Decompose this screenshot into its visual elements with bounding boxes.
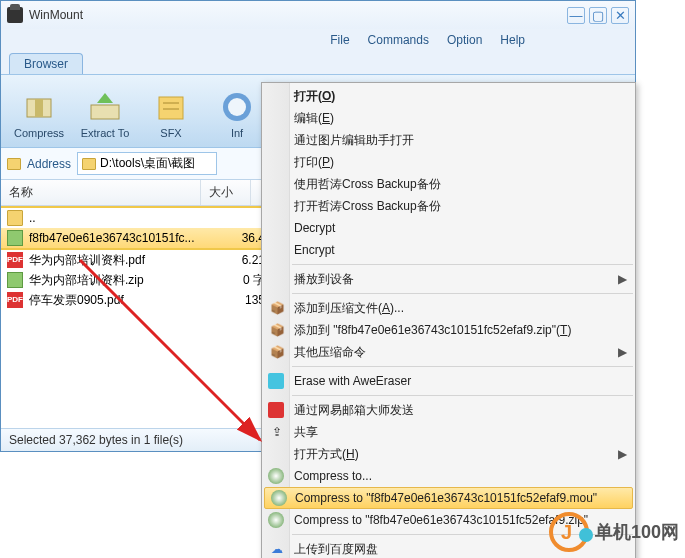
ctx-cross-use[interactable]: 使用哲涛Cross Backup备份	[262, 173, 635, 195]
pdf-icon: PDF	[7, 292, 23, 308]
disc-icon	[271, 490, 287, 506]
ctx-compress-to-mou[interactable]: Compress to "f8fb47e0e61e36743c10151fc52…	[264, 487, 633, 509]
ctx-compress-to[interactable]: Compress to...	[262, 465, 635, 487]
mail-icon	[268, 402, 284, 418]
ctx-edit[interactable]: 编辑(E)	[262, 107, 635, 129]
ctx-encrypt[interactable]: Encrypt	[262, 239, 635, 261]
ctx-cross-open[interactable]: 打开哲涛Cross Backup备份	[262, 195, 635, 217]
ctx-share[interactable]: ⇪共享	[262, 421, 635, 443]
ctx-netease[interactable]: 通过网易邮箱大师发送	[262, 399, 635, 421]
disc-icon	[268, 512, 284, 528]
menu-help[interactable]: Help	[500, 33, 525, 47]
minimize-button[interactable]: —	[567, 7, 585, 24]
ctx-decrypt[interactable]: Decrypt	[262, 217, 635, 239]
folder-icon	[82, 158, 96, 170]
svg-rect-1	[35, 99, 43, 117]
ctx-other-compress[interactable]: 📦其他压缩命令▶	[262, 341, 635, 363]
archive-icon: 📦	[268, 343, 286, 361]
ctx-add-archive[interactable]: 📦添加到压缩文件(A)...	[262, 297, 635, 319]
pdf-icon: PDF	[7, 252, 23, 268]
ctx-print[interactable]: 打印(P)	[262, 151, 635, 173]
titlebar: WinMount — ▢ ✕	[1, 1, 635, 29]
compress-button[interactable]: Compress	[7, 79, 71, 143]
cloud-icon: ☁	[268, 540, 286, 558]
folder-up-icon[interactable]	[7, 158, 21, 170]
menu-file[interactable]: File	[330, 33, 349, 47]
app-logo-icon	[7, 7, 23, 23]
disc-icon	[268, 468, 284, 484]
menu-commands[interactable]: Commands	[368, 33, 429, 47]
menu-option[interactable]: Option	[447, 33, 482, 47]
menubar: File Commands Option Help	[1, 29, 635, 53]
tab-browser[interactable]: Browser	[9, 53, 83, 74]
submenu-arrow-icon: ▶	[618, 272, 627, 286]
context-menu: 打开(O) 编辑(E) 通过图片编辑助手打开 打印(P) 使用哲涛Cross B…	[261, 82, 636, 558]
archive-icon: 📦	[268, 321, 286, 339]
watermark-logo-icon: J	[549, 512, 589, 552]
address-input[interactable]: D:\tools\桌面\截图	[77, 152, 217, 175]
close-button[interactable]: ✕	[611, 7, 629, 24]
submenu-arrow-icon: ▶	[618, 447, 627, 461]
ctx-play[interactable]: 播放到设备▶	[262, 268, 635, 290]
svg-rect-2	[91, 105, 119, 119]
archive-icon: 📦	[268, 299, 286, 317]
svg-rect-3	[159, 97, 183, 119]
ctx-add-to-zip[interactable]: 📦添加到 "f8fb47e0e61e36743c10151fc52efaf9.z…	[262, 319, 635, 341]
archive-icon	[7, 230, 23, 246]
eraser-icon	[268, 373, 284, 389]
folder-icon	[7, 210, 23, 226]
app-title: WinMount	[29, 8, 83, 22]
ctx-erase[interactable]: Erase with AweEraser	[262, 370, 635, 392]
col-name[interactable]: 名称	[1, 180, 201, 205]
col-size[interactable]: 大小	[201, 180, 251, 205]
info-button[interactable]: Inf	[205, 79, 269, 143]
ctx-open-with[interactable]: 打开方式(H)▶	[262, 443, 635, 465]
extract-button[interactable]: Extract To	[73, 79, 137, 143]
ctx-open[interactable]: 打开(O)	[262, 85, 635, 107]
share-icon: ⇪	[268, 423, 286, 441]
archive-icon	[7, 272, 23, 288]
address-label: Address	[27, 157, 71, 171]
sfx-button[interactable]: SFX	[139, 79, 203, 143]
ctx-image-helper[interactable]: 通过图片编辑助手打开	[262, 129, 635, 151]
maximize-button[interactable]: ▢	[589, 7, 607, 24]
watermark: J 单机100网	[549, 512, 679, 552]
svg-point-5	[228, 98, 246, 116]
submenu-arrow-icon: ▶	[618, 345, 627, 359]
